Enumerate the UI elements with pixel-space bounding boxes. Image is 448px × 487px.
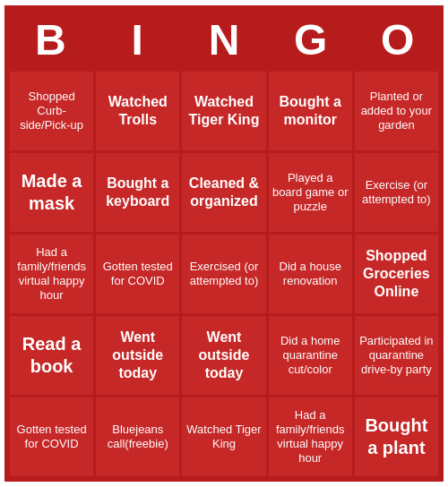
bingo-cell-9: Exercise (or attempted to) [355,153,438,232]
bingo-cell-8: Played a board game or puzzle [269,153,352,232]
bingo-cell-22: Watched Tiger King [182,397,265,476]
bingo-cell-14: Shopped Groceries Online [355,235,438,313]
bingo-cell-1: Watched Trolls [96,72,179,150]
bingo-cell-17: Went outside today [182,316,265,395]
header-letter-g: G [267,8,354,72]
bingo-header: BINGO [7,8,441,72]
bingo-cell-15: Read a book [10,316,93,395]
bingo-cell-18: Did a home quarantine cut/color [269,316,352,395]
header-letter-b: B [7,8,94,72]
bingo-card: BINGO Shopped Curb-side/Pick-upWatched T… [4,5,444,482]
bingo-grid: Shopped Curb-side/Pick-upWatched TrollsW… [7,72,441,479]
bingo-cell-12: Exercised (or attempted to) [182,235,265,313]
bingo-cell-7: Cleaned & organized [182,153,265,232]
bingo-cell-2: Watched Tiger King [182,72,265,150]
bingo-cell-13: Did a house renovation [269,235,352,313]
bingo-cell-23: Had a family/friends virtual happy hour [269,397,352,476]
bingo-cell-5: Made a mask [10,153,93,232]
bingo-cell-11: Gotten tested for COVID [96,235,179,313]
bingo-cell-3: Bought a monitor [269,72,352,150]
header-letter-i: I [94,8,181,72]
bingo-cell-20: Gotten tested for COVID [10,397,93,476]
bingo-cell-6: Bought a keyboard [96,153,179,232]
header-letter-o: O [354,8,441,72]
bingo-cell-19: Participated in quarantine drive-by part… [355,316,438,395]
header-letter-n: N [181,8,268,72]
bingo-cell-10: Had a family/friends virtual happy hour [10,235,93,313]
bingo-cell-0: Shopped Curb-side/Pick-up [10,72,93,150]
bingo-cell-21: Bluejeans call(freebie) [96,397,179,476]
bingo-cell-4: Planted or added to your garden [355,72,438,150]
bingo-cell-16: Went outside today [96,316,179,395]
bingo-cell-24: Bought a plant [355,397,438,476]
